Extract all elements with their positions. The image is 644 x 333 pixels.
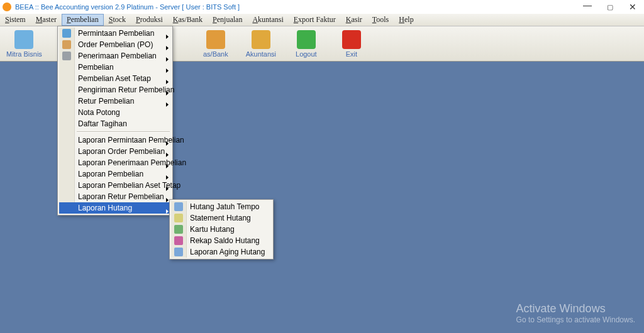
- windows-activation-watermark: Activate Windows Go to Settings to activ…: [516, 302, 635, 324]
- menu-separator: [77, 131, 170, 133]
- toolbar-item-logout[interactable]: Logout: [284, 26, 329, 61]
- menu-item-penerimaan-pembelian[interactable]: Penerimaan Pembelian: [59, 50, 171, 62]
- doc-blue-icon: [62, 29, 71, 38]
- minimize-button[interactable]: —: [576, 0, 599, 12]
- submenu-arrow-icon: [166, 65, 169, 69]
- submenu-item-laporan-aging-hutang[interactable]: Laporan Aging Hutang: [171, 246, 272, 258]
- report-icon: [174, 214, 183, 222]
- menu-item-permintaan-pembelian[interactable]: Permintaan Pembelian: [59, 28, 171, 39]
- menu-kasbank[interactable]: Kas/Bank: [168, 14, 208, 26]
- pencil-icon: [62, 40, 71, 49]
- report-icon: [174, 225, 183, 234]
- submenu-arrow-icon: [166, 42, 169, 46]
- menu-produksi[interactable]: Produksi: [131, 14, 168, 26]
- submenu-arrow-icon: [166, 205, 169, 210]
- submenu-item-hutang-jatuh-tempo[interactable]: Hutang Jatuh Tempo: [171, 201, 272, 212]
- toolbar-item-exit[interactable]: Exit: [329, 26, 374, 61]
- menu-item-nota-potong[interactable]: Nota Potong: [59, 107, 171, 118]
- menu-item-pengiriman-retur-pembelian[interactable]: Pengiriman Retur Pembelian: [59, 84, 171, 96]
- submenu-item-kartu-hutang[interactable]: Kartu Hutang: [171, 224, 272, 235]
- toolbar-label: Mitra Bisnis: [6, 50, 42, 58]
- submenu-item-rekap-saldo-hutang[interactable]: Rekap Saldo Hutang: [171, 235, 272, 246]
- toolbar-icon: [297, 30, 316, 49]
- menu-sistem[interactable]: Sistem: [0, 14, 31, 26]
- toolbar-icon: [252, 30, 270, 49]
- toolbar-label: Exit: [346, 50, 357, 58]
- title-bar: BEEA :: Bee Accounting version 2.9 Plati…: [0, 0, 644, 14]
- menu-item-pembelian[interactable]: Pembelian: [59, 62, 171, 73]
- submenu-arrow-icon: [166, 138, 169, 142]
- menu-exportfaktur[interactable]: Export Faktur: [289, 14, 341, 26]
- menu-item-laporan-pembelian[interactable]: Laporan Pembelian: [59, 168, 171, 180]
- menu-pembelian[interactable]: Pembelian: [62, 14, 104, 26]
- menu-item-laporan-hutang[interactable]: Laporan Hutang: [59, 202, 171, 214]
- window-controls: — ▢ ✕: [576, 0, 644, 14]
- submenu-arrow-icon: [166, 194, 169, 199]
- toolbar-icon: [14, 30, 33, 49]
- toolbar-item-mitrabisnis[interactable]: Mitra Bisnis: [0, 26, 48, 61]
- menu-item-laporan-retur-pembelian[interactable]: Laporan Retur Pembelian: [59, 191, 171, 202]
- menu-bar: SistemMasterPembelianStockProduksiKas/Ba…: [0, 14, 644, 26]
- submenu-arrow-icon: [166, 99, 169, 103]
- app-window: BEEA :: Bee Accounting version 2.9 Plati…: [0, 0, 644, 333]
- submenu-arrow-icon: [166, 172, 169, 176]
- menu-item-laporan-penerimaan-pembelian[interactable]: Laporan Penerimaan Pembelian: [59, 157, 171, 168]
- close-button[interactable]: ✕: [621, 0, 644, 14]
- menu-master[interactable]: Master: [31, 14, 62, 26]
- menu-item-retur-pembelian[interactable]: Retur Pembelian: [59, 96, 171, 107]
- maximize-button[interactable]: ▢: [599, 0, 621, 14]
- menu-kasir[interactable]: Kasir: [341, 14, 367, 26]
- menu-stock[interactable]: Stock: [104, 14, 131, 26]
- menu-item-order-pembelian--po-[interactable]: Order Pembelian (PO): [59, 39, 171, 50]
- menu-item-laporan-order-pembelian[interactable]: Laporan Order Pembelian: [59, 146, 171, 157]
- menu-tools[interactable]: Tools: [367, 14, 394, 26]
- window-title: BEEA :: Bee Accounting version 2.9 Plati…: [15, 3, 240, 11]
- toolbar-item-akuntansi[interactable]: Akuntansi: [238, 26, 284, 61]
- submenu-laporan-hutang: Hutang Jatuh TempoStatement HutangKartu …: [169, 199, 274, 259]
- watermark-title: Activate Windows: [516, 302, 635, 315]
- submenu-arrow-icon: [166, 149, 169, 153]
- submenu-arrow-icon: [166, 160, 169, 165]
- submenu-arrow-icon: [166, 183, 169, 187]
- submenu-arrow-icon: [166, 31, 169, 35]
- toolbar-label: Logout: [296, 50, 317, 58]
- app-logo-icon: [3, 3, 11, 11]
- menu-akuntansi[interactable]: Akuntansi: [247, 14, 288, 26]
- menu-pembelian-dropdown: Permintaan PembelianOrder Pembelian (PO)…: [57, 26, 173, 216]
- menu-help[interactable]: Help: [394, 14, 418, 26]
- menu-item-laporan-permintaan-pembelian[interactable]: Laporan Permintaan Pembelian: [59, 134, 171, 146]
- report-icon: [174, 248, 183, 256]
- menu-item-pembelian-aset-tetap[interactable]: Pembelian Aset Tetap: [59, 73, 171, 84]
- menu-item-daftar-tagihan[interactable]: Daftar Tagihan: [59, 118, 171, 129]
- menu-item-laporan-pembelian-aset-tetap[interactable]: Laporan Pembelian Aset Tetap: [59, 180, 171, 191]
- toolbar-icon: [206, 30, 225, 49]
- menu-penjualan[interactable]: Penjualan: [208, 14, 247, 26]
- toolbar-label: as/Bank: [203, 50, 228, 58]
- toolbar-item-asbank[interactable]: as/Bank: [193, 26, 238, 61]
- submenu-arrow-icon: [166, 76, 169, 80]
- submenu-arrow-icon: [166, 87, 169, 92]
- submenu-arrow-icon: [166, 53, 169, 58]
- report-icon: [174, 202, 183, 211]
- toolbar-label: Akuntansi: [246, 50, 276, 58]
- submenu-item-statement-hutang[interactable]: Statement Hutang: [171, 212, 272, 224]
- watermark-subtitle: Go to Settings to activate Windows.: [516, 315, 635, 324]
- toolbar-icon: [342, 30, 361, 49]
- report-icon: [174, 236, 183, 245]
- receive-icon: [62, 52, 71, 60]
